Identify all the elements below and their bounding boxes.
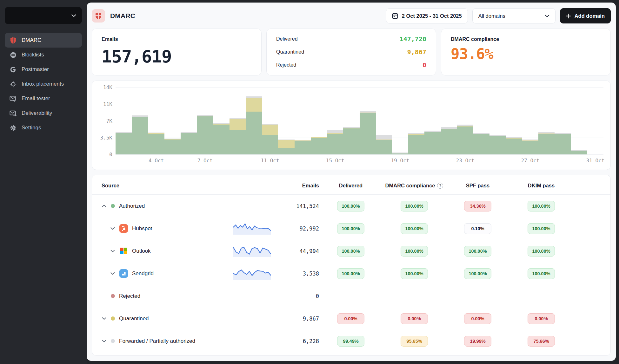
topbar: DMARC 2 Oct 2025 - 31 Oct 2025 All domai… — [87, 3, 616, 28]
sidebar-item-dmarc[interactable]: DMARC — [5, 33, 82, 48]
col-dkim-pass: DKIM pass — [509, 183, 573, 189]
plus-icon — [566, 14, 571, 18]
sidebar: DMARC Blocklists Postmaster Inbox placem… — [0, 0, 87, 364]
bar-15-oct[interactable] — [327, 130, 343, 154]
bar-12-oct[interactable] — [278, 140, 294, 154]
bar-17-oct[interactable] — [360, 111, 376, 154]
metric-badge: 100.00% — [528, 223, 555, 234]
metric-badge: 100.00% — [337, 223, 364, 234]
row-expander-chevron-down[interactable] — [110, 249, 115, 254]
metric-badge: 99.49% — [337, 336, 364, 347]
table-row-hubspot[interactable]: Hubspot 92,992100.00%100.00%0.10%100.00% — [92, 217, 610, 240]
row-expander-chevron-down[interactable] — [110, 271, 115, 276]
breakdown-row-delivered: Delivered 147,720 — [276, 35, 426, 43]
bar-28-oct[interactable] — [538, 132, 555, 154]
col-delivered: Delivered — [319, 183, 383, 189]
sidebar-item-postmaster[interactable]: Postmaster — [5, 62, 82, 77]
hubspot-icon — [119, 224, 128, 233]
bar-segment-delivered — [441, 129, 457, 154]
bar-segment-delivered — [116, 133, 132, 154]
sparkline — [233, 244, 271, 257]
bar-9-oct[interactable] — [230, 118, 246, 154]
bar-26-oct[interactable] — [506, 137, 522, 154]
add-domain-button[interactable]: Add domain — [560, 8, 611, 23]
sidebar-item-deliverability[interactable]: Deliverability — [5, 106, 82, 120]
bar-7-oct[interactable] — [197, 115, 213, 154]
bar-19-oct[interactable] — [392, 153, 408, 154]
bar-16-oct[interactable] — [343, 127, 359, 154]
metric-badge: 100.00% — [528, 201, 555, 211]
chevron-down-icon — [545, 15, 549, 17]
bar-6-oct[interactable] — [181, 132, 197, 154]
domain-filter-value: All domains — [478, 13, 505, 19]
bar-2-oct[interactable] — [116, 132, 132, 154]
bar-18-oct[interactable] — [376, 135, 392, 154]
calendar-icon — [392, 13, 398, 19]
help-icon[interactable]: ? — [437, 183, 443, 189]
bar-13-oct[interactable] — [295, 140, 311, 154]
bar-segment-quarantined — [246, 98, 262, 112]
metric-badge: 0.10% — [464, 223, 491, 234]
sidebar-item-blocklists[interactable]: Blocklists — [5, 48, 82, 62]
table-row-forwarded-partially-authorized[interactable]: Forwarded / Partially authorized6,22899.… — [92, 330, 610, 352]
bar-30-oct[interactable] — [571, 150, 587, 154]
row-expander-placeholder — [102, 294, 107, 299]
sources-table: Source Emails Delivered DMARC compliance… — [92, 175, 611, 356]
date-range-button[interactable]: 2 Oct 2025 - 31 Oct 2025 — [386, 8, 468, 23]
row-expander-chevron-down[interactable] — [102, 316, 107, 321]
emails-value: 3,538 — [271, 270, 319, 277]
row-expander-chevron-up[interactable] — [102, 204, 107, 209]
bar-5-oct[interactable] — [164, 139, 181, 154]
table-row-sendgrid[interactable]: Sendgrid 3,538100.00%100.00%100.00%100.0… — [92, 262, 610, 285]
breakdown-row-rejected: Rejected 0 — [276, 61, 426, 69]
table-row-authorized[interactable]: Authorized141,524100.00%100.00%34.36%100… — [92, 195, 610, 217]
bar-29-oct[interactable] — [555, 133, 571, 154]
metric-badge: 100.00% — [337, 268, 364, 279]
row-expander-chevron-down[interactable] — [102, 339, 107, 344]
bar-27-oct[interactable] — [522, 140, 538, 154]
bar-segment-delivered — [473, 134, 489, 154]
bar-14-oct[interactable] — [311, 137, 327, 154]
compliance-card: DMARC compliance 93.6% — [441, 29, 611, 75]
y-axis-tick: 14K — [103, 84, 112, 90]
bar-segment-forwarded — [376, 135, 392, 140]
sparkline — [233, 221, 271, 235]
sidebar-item-settings[interactable]: Settings — [5, 120, 82, 135]
workspace-selector[interactable] — [5, 7, 82, 24]
bar-24-oct[interactable] — [473, 133, 489, 154]
badge-cell: 100.00% — [383, 223, 446, 234]
table-row-quarantined[interactable]: Quarantined9,8670.00%0.00%0.00%0.00% — [92, 307, 610, 330]
chart-y-axis: 03.5K7K11K14K — [95, 87, 116, 167]
sparkline — [233, 266, 271, 280]
bar-segment-quarantined — [278, 140, 294, 148]
add-domain-label: Add domain — [575, 13, 605, 19]
x-axis-tick: 27 Oct — [521, 158, 540, 164]
domain-filter-select[interactable]: All domains — [472, 8, 556, 23]
bar-segment-delivered — [424, 132, 441, 154]
badge-cell: 100.00% — [383, 201, 446, 211]
tester-icon — [9, 95, 17, 102]
bar-20-oct[interactable] — [408, 133, 424, 154]
sidebar-item-inbox-placements[interactable]: Inbox placements — [5, 77, 82, 91]
bar-4-oct[interactable] — [148, 133, 164, 154]
sparkline-cell — [233, 221, 271, 236]
bar-8-oct[interactable] — [213, 123, 229, 154]
bar-25-oct[interactable] — [489, 135, 506, 154]
sidebar-item-email-tester[interactable]: Email tester — [5, 91, 82, 106]
bar-10-oct[interactable] — [246, 96, 262, 154]
sidebar-item-label: Email tester — [22, 95, 50, 102]
table-row-outlook[interactable]: Outlook 44,994100.00%100.00%100.00%100.0… — [92, 240, 610, 262]
badge-cell: 100.00% — [319, 223, 383, 234]
col-spf-pass: SPF pass — [446, 183, 509, 189]
bar-11-oct[interactable] — [262, 124, 278, 154]
bar-3-oct[interactable] — [132, 115, 148, 154]
badge-cell: 100.00% — [509, 223, 573, 234]
page-title: DMARC — [110, 12, 135, 20]
row-expander-chevron-down[interactable] — [110, 226, 115, 231]
bar-22-oct[interactable] — [441, 127, 457, 154]
bar-21-oct[interactable] — [424, 131, 441, 154]
sidebar-item-label: Deliverability — [22, 110, 52, 116]
bar-segment-delivered — [164, 140, 181, 154]
bar-23-oct[interactable] — [457, 125, 473, 154]
sidebar-item-label: Blocklists — [22, 52, 44, 58]
